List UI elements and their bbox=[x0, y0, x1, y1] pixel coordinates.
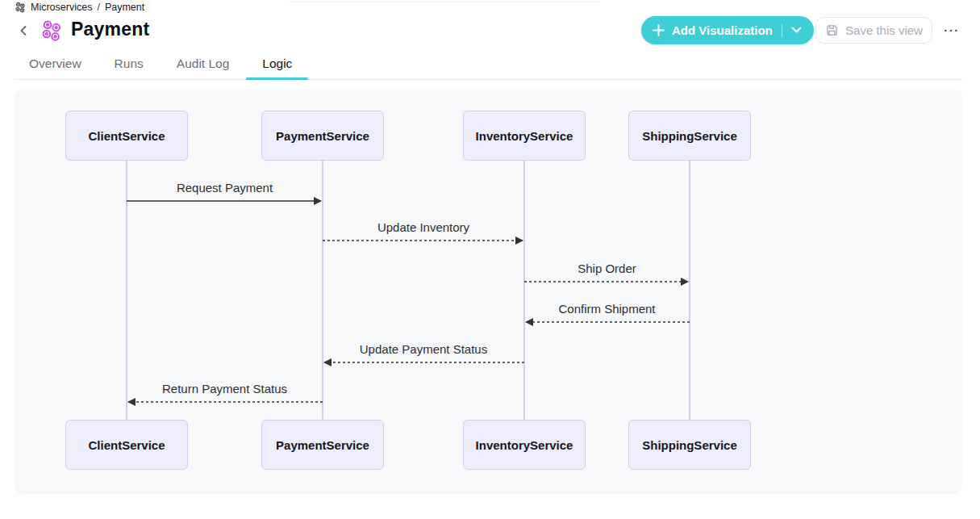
breadcrumb-item-payment: Payment bbox=[105, 2, 144, 13]
tab-bar: OverviewRunsAudit LogLogic bbox=[15, 48, 962, 80]
message-label: Ship Order bbox=[578, 262, 636, 275]
more-options-button[interactable]: ··· bbox=[939, 20, 965, 40]
chevron-down-icon[interactable] bbox=[791, 27, 802, 34]
plus-icon bbox=[653, 24, 665, 36]
page-title: Payment bbox=[71, 19, 149, 40]
tab-overview[interactable]: Overview bbox=[29, 48, 81, 79]
actor-paymentservice-top: PaymentService bbox=[261, 111, 384, 161]
breadcrumb: Microservices / Payment bbox=[15, 1, 144, 14]
actor-inventoryservice-top: InventoryService bbox=[463, 111, 586, 161]
actor-shippingservice-top: ShippingService bbox=[628, 111, 751, 161]
save-icon bbox=[825, 23, 839, 37]
save-view-label: Save this view bbox=[845, 23, 923, 37]
chevron-left-icon bbox=[19, 25, 28, 36]
back-button[interactable] bbox=[16, 23, 31, 38]
breadcrumb-item-microservices[interactable]: Microservices bbox=[31, 2, 92, 13]
actor-shippingservice-bottom: ShippingService bbox=[628, 420, 751, 470]
tab-logic[interactable]: Logic bbox=[262, 48, 292, 79]
save-view-button[interactable]: Save this view bbox=[815, 17, 932, 44]
actor-inventoryservice-bottom: InventoryService bbox=[463, 420, 586, 470]
button-divider bbox=[782, 24, 782, 37]
add-visualization-button[interactable]: Add Visualization bbox=[641, 16, 814, 44]
tab-audit-log[interactable]: Audit Log bbox=[177, 48, 230, 79]
actor-clientservice-bottom: ClientService bbox=[65, 420, 188, 470]
microservices-icon bbox=[15, 2, 26, 13]
actor-clientservice-top: ClientService bbox=[65, 111, 188, 161]
message-label: Update Payment Status bbox=[360, 342, 487, 356]
add-visualization-label: Add Visualization bbox=[672, 23, 773, 37]
message-label: Request Payment bbox=[177, 181, 273, 195]
sequence-diagram-canvas: ClientServiceClientServicePaymentService… bbox=[15, 89, 962, 494]
message-label: Update Inventory bbox=[377, 220, 469, 234]
actor-paymentservice-bottom: PaymentService bbox=[261, 420, 384, 470]
breadcrumb-separator: / bbox=[97, 2, 99, 13]
tab-runs[interactable]: Runs bbox=[115, 48, 144, 79]
payment-service-icon bbox=[40, 19, 62, 44]
message-label: Confirm Shipment bbox=[558, 302, 655, 316]
message-label: Return Payment Status bbox=[162, 382, 287, 396]
popover-bottom-edge bbox=[288, 0, 601, 2]
